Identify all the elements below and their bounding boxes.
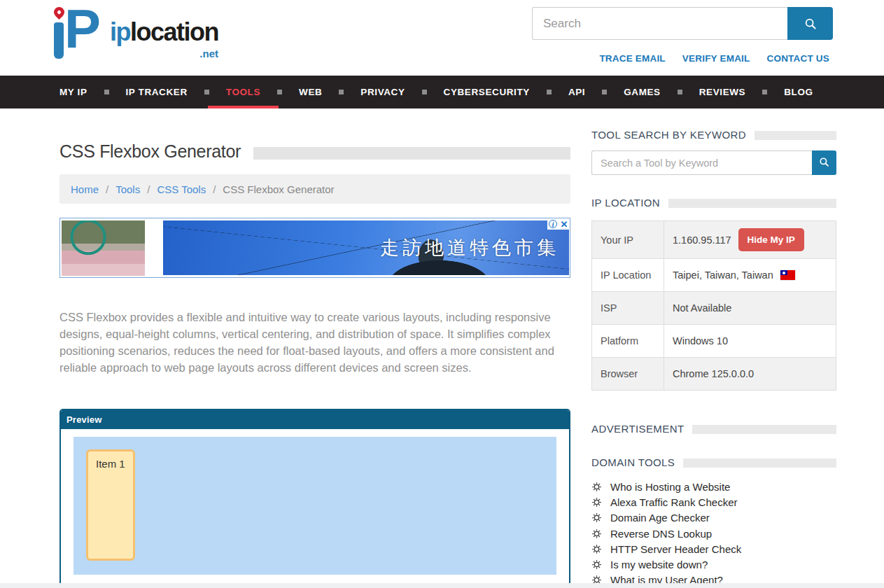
row-value: Taipei, Taiwan, Taiwan — [664, 259, 836, 292]
ad-close-icon[interactable]: ✕ — [559, 218, 570, 230]
page-bottom-strip — [0, 583, 884, 588]
tool-link-label: Domain Age Checker — [610, 512, 710, 524]
gear-icon — [591, 512, 602, 523]
breadcrumb-separator: / — [213, 183, 216, 195]
tool-link-domain-age[interactable]: Domain Age Checker — [591, 510, 836, 526]
breadcrumb-tools[interactable]: Tools — [115, 183, 140, 195]
tool-description: CSS Flexbox provides a flexible and intu… — [59, 309, 570, 376]
nav-label: CYBERSECURITY — [444, 87, 530, 97]
breadcrumb-separator: / — [106, 183, 108, 195]
ip-location-heading: IP LOCATION — [591, 197, 836, 209]
title-decoration-bar — [253, 147, 570, 160]
site-search-button[interactable] — [787, 7, 833, 40]
your-ip-value: 1.160.95.117 — [673, 234, 731, 246]
nav-separator — [104, 90, 109, 94]
gear-icon — [591, 528, 602, 539]
tool-link-label: Is my website down? — [610, 559, 708, 570]
nav-separator — [422, 90, 427, 94]
gear-icon — [591, 482, 602, 492]
nav-label: REVIEWS — [699, 87, 745, 97]
tool-link-alexa-rank[interactable]: Alexa Traffic Rank Checker — [591, 494, 836, 510]
gear-icon — [591, 559, 602, 570]
nav-separator — [762, 90, 767, 94]
trace-email-link[interactable]: TRACE EMAIL — [599, 53, 665, 64]
heading-decoration-bar — [668, 199, 836, 208]
nav-label: MY IP — [59, 87, 87, 97]
main-nav: MY IP IP TRACKER TOOLS WEB PRIVACY CYBER… — [0, 76, 884, 108]
row-label: Your IP — [592, 221, 664, 259]
nav-cybersecurity[interactable]: CYBERSECURITY — [427, 76, 547, 108]
tool-link-reverse-dns[interactable]: Reverse DNS Lookup — [591, 526, 836, 541]
nav-separator — [339, 90, 344, 94]
tool-link-label: Reverse DNS Lookup — [610, 528, 712, 540]
ip-location-value: Taipei, Taiwan, Taiwan — [673, 270, 773, 281]
nav-games[interactable]: GAMES — [607, 76, 678, 108]
header-links: TRACE EMAIL VERIFY EMAIL CONTACT US — [599, 53, 829, 64]
taiwan-flag-icon — [780, 270, 795, 280]
nav-label: API — [568, 87, 585, 97]
nav-api[interactable]: API — [552, 76, 602, 108]
advertisement-heading-label: ADVERTISEMENT — [591, 423, 684, 435]
tool-link-label: Alexa Traffic Rank Checker — [610, 496, 737, 508]
nav-label: IP TRACKER — [126, 87, 188, 97]
gear-icon — [591, 544, 602, 554]
logo-wordmark: iplocation .net — [110, 20, 218, 60]
ad-image-building: 走訪地道特色市集 — [163, 220, 569, 275]
table-row: IP Location Taipei, Taiwan, Taiwan — [592, 259, 836, 292]
nav-blog[interactable]: BLOG — [767, 76, 829, 108]
heading-decoration-bar — [755, 131, 836, 140]
preview-card: Preview Item 1 — [59, 409, 570, 586]
breadcrumb-css-tools[interactable]: CSS Tools — [157, 183, 206, 195]
row-label: Browser — [592, 358, 664, 391]
tool-link-hosting[interactable]: Who is Hosting a Website — [591, 479, 836, 494]
nav-privacy[interactable]: PRIVACY — [344, 76, 421, 108]
verify-email-link[interactable]: VERIFY EMAIL — [682, 53, 750, 64]
logo-text-location: location — [130, 18, 218, 46]
heading-decoration-bar — [683, 458, 836, 468]
hide-my-ip-button[interactable]: Hide My IP — [738, 228, 804, 251]
nav-reviews[interactable]: REVIEWS — [682, 76, 762, 108]
domain-tools-heading: DOMAIN TOOLS — [591, 456, 836, 468]
tool-link-label: Who is Hosting a Website — [610, 481, 730, 493]
ip-location-heading-label: IP LOCATION — [591, 197, 660, 209]
site-logo[interactable]: P iplocation .net — [52, 6, 218, 60]
nav-web[interactable]: WEB — [282, 76, 339, 108]
ad-banner[interactable]: 走訪地道特色市集 i ✕ — [59, 218, 570, 278]
logo-text-net: .net — [199, 48, 218, 59]
nav-separator — [602, 90, 607, 94]
breadcrumb-current: CSS Flexbox Generator — [223, 183, 334, 195]
tool-search-input[interactable] — [591, 150, 812, 175]
table-row: ISP Not Available — [592, 292, 836, 325]
site-search-input[interactable] — [532, 7, 787, 40]
table-row: Your IP 1.160.95.117 Hide My IP — [592, 221, 836, 259]
row-label: ISP — [592, 292, 664, 325]
tool-search-button[interactable] — [812, 150, 836, 175]
flex-preview-container: Item 1 — [73, 437, 556, 575]
nav-my-ip[interactable]: MY IP — [43, 76, 104, 108]
logo-mark-icon: P — [52, 6, 114, 60]
nav-label: WEB — [299, 87, 322, 97]
flex-preview-item: Item 1 — [86, 449, 135, 561]
tool-link-http-header[interactable]: HTTP Server Header Check — [591, 541, 836, 556]
row-value: Not Available — [664, 292, 836, 325]
ad-info-icon[interactable]: i — [547, 218, 559, 230]
page-title: CSS Flexbox Generator — [59, 141, 241, 162]
tool-search-heading-label: TOOL SEARCH BY KEYWORD — [591, 129, 746, 141]
table-row: Platform Windows 10 — [592, 325, 836, 358]
tool-link-website-down[interactable]: Is my website down? — [591, 556, 836, 572]
sidebar: TOOL SEARCH BY KEYWORD IP LOCATION Your … — [591, 129, 836, 588]
table-row: Browser Chrome 125.0.0.0 — [592, 358, 836, 391]
row-value: Windows 10 — [664, 325, 836, 358]
row-value: 1.160.95.117 Hide My IP — [664, 221, 836, 259]
nav-tools[interactable]: TOOLS — [209, 76, 277, 108]
breadcrumb-home[interactable]: Home — [71, 183, 99, 195]
heading-decoration-bar — [692, 425, 836, 434]
tool-search-heading: TOOL SEARCH BY KEYWORD — [591, 129, 836, 141]
contact-us-link[interactable]: CONTACT US — [767, 53, 830, 64]
advertisement-heading: ADVERTISEMENT — [591, 423, 836, 435]
logo-p-glyph: P — [64, 0, 99, 61]
breadcrumb-separator: / — [147, 183, 150, 195]
nav-separator — [678, 90, 682, 94]
preview-header: Preview — [61, 410, 569, 429]
nav-ip-tracker[interactable]: IP TRACKER — [109, 76, 204, 108]
